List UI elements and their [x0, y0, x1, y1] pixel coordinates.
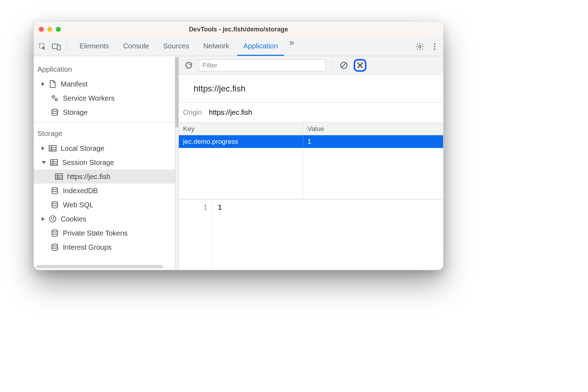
sidebar-item-label: Service Workers [63, 94, 114, 102]
tab-network[interactable]: Network [197, 37, 235, 56]
svg-point-13 [52, 188, 58, 190]
svg-point-15 [49, 216, 56, 222]
svg-point-9 [52, 109, 58, 111]
svg-rect-11 [51, 160, 58, 165]
svg-point-8 [55, 99, 57, 101]
inspect-element-icon[interactable] [36, 40, 49, 53]
sidebar-item-label: Cookies [61, 215, 86, 223]
svg-point-19 [52, 230, 58, 232]
separator [331, 60, 332, 70]
svg-point-4 [434, 43, 435, 45]
separator [66, 42, 67, 52]
sidebar-item-label: Web SQL [63, 201, 93, 209]
origin-title: https://jec.fish [179, 75, 443, 103]
sidebar-item-manifest[interactable]: Manifest [34, 77, 175, 91]
column-header-key[interactable]: Key [179, 123, 303, 135]
delete-selected-icon[interactable] [354, 59, 366, 72]
tab-sources[interactable]: Sources [157, 37, 195, 56]
svg-rect-2 [57, 45, 60, 50]
origin-label: Origin [183, 108, 202, 117]
origin-row: Origin https://jec.fish [179, 103, 443, 123]
sidebar-item-storage[interactable]: Storage [34, 105, 175, 119]
tabs-overflow-icon[interactable]: » [286, 37, 298, 56]
gears-icon [50, 94, 59, 103]
database-icon [50, 186, 59, 195]
svg-rect-10 [49, 145, 56, 151]
svg-point-6 [434, 48, 435, 50]
database-icon [50, 200, 59, 209]
chevron-right-icon [42, 82, 45, 86]
svg-rect-12 [55, 174, 63, 179]
titlebar: DevTools - jec.fish/demo/storage [34, 22, 443, 37]
svg-point-5 [434, 46, 435, 47]
sidebar-item-private-state-tokens[interactable]: Private State Tokens [34, 226, 175, 240]
chevron-down-icon [42, 161, 46, 164]
chevron-right-icon [42, 146, 45, 150]
preview-line-number: 1 [179, 200, 213, 270]
value-preview: 1 1 [179, 199, 443, 270]
svg-point-7 [52, 96, 54, 98]
sidebar-item-label: Storage [63, 108, 88, 117]
sidebar-item-service-workers[interactable]: Service Workers [34, 91, 175, 105]
sidebar-item-label: Session Storage [62, 159, 114, 167]
storage-table: Key Value jec.demo.progress 1 [179, 123, 443, 199]
svg-point-3 [419, 45, 421, 47]
content-pane: Filter https://jec.fish [175, 56, 443, 270]
svg-point-17 [53, 218, 54, 218]
database-icon [50, 243, 59, 252]
tab-elements[interactable]: Elements [73, 37, 115, 56]
sidebar-horizontal-scrollbar[interactable] [36, 265, 163, 268]
kebab-menu-icon[interactable] [428, 40, 441, 53]
filter-input[interactable]: Filter [199, 59, 326, 71]
sidebar-item-cookies[interactable]: Cookies [34, 212, 175, 226]
sidebar-item-label: Manifest [61, 80, 88, 88]
svg-point-16 [51, 218, 52, 219]
tab-application[interactable]: Application [237, 37, 284, 56]
sidebar-item-session-storage[interactable]: Session Storage [34, 155, 175, 170]
table-empty-area[interactable] [179, 148, 443, 199]
section-storage: Storage [34, 125, 175, 141]
sidebar-item-local-storage[interactable]: Local Storage [34, 141, 175, 155]
preview-text: 1 [213, 200, 227, 270]
database-icon [50, 228, 59, 238]
column-header-value[interactable]: Value [303, 123, 443, 135]
database-icon [50, 108, 59, 117]
devtools-tabstrip: Elements Console Sources Network Applica… [34, 37, 443, 56]
table-icon [54, 172, 64, 181]
svg-point-20 [52, 244, 58, 246]
table-icon [48, 144, 57, 153]
sidebar-item-label: Private State Tokens [63, 229, 128, 237]
sidebar-item-label: https://jec.fish [67, 173, 110, 181]
chevron-right-icon [42, 217, 45, 221]
vertical-scrollbar[interactable] [175, 56, 179, 270]
devtools-window: DevTools - jec.fish/demo/storage Element… [34, 21, 443, 270]
cell-value[interactable]: 1 [303, 135, 443, 148]
clear-all-icon[interactable] [337, 59, 350, 72]
device-toolbar-icon[interactable] [50, 40, 63, 53]
table-row[interactable]: jec.demo.progress 1 [179, 135, 443, 148]
svg-point-14 [52, 202, 58, 204]
sidebar-item-indexeddb[interactable]: IndexedDB [34, 184, 175, 198]
tab-console[interactable]: Console [117, 37, 155, 56]
cookie-icon [48, 214, 57, 224]
table-icon [49, 158, 59, 167]
origin-value: https://jec.fish [209, 108, 252, 117]
application-sidebar: Application Manifest Servi [34, 56, 175, 270]
refresh-icon[interactable] [182, 59, 195, 72]
document-icon [48, 79, 57, 89]
table-header: Key Value [179, 123, 443, 135]
sidebar-item-interest-groups[interactable]: Interest Groups [34, 240, 175, 254]
window-title: DevTools - jec.fish/demo/storage [34, 26, 443, 33]
sidebar-item-label: Interest Groups [63, 243, 112, 251]
sidebar-item-label: IndexedDB [63, 187, 98, 195]
storage-toolbar: Filter [179, 56, 443, 75]
settings-gear-icon[interactable] [413, 40, 426, 53]
cell-key[interactable]: jec.demo.progress [179, 135, 303, 148]
svg-point-18 [53, 220, 53, 220]
sidebar-item-websql[interactable]: Web SQL [34, 198, 175, 212]
filter-placeholder: Filter [202, 61, 217, 69]
sidebar-item-label: Local Storage [61, 144, 104, 153]
section-application: Application [34, 58, 175, 77]
sidebar-item-session-storage-origin[interactable]: https://jec.fish [34, 170, 175, 184]
